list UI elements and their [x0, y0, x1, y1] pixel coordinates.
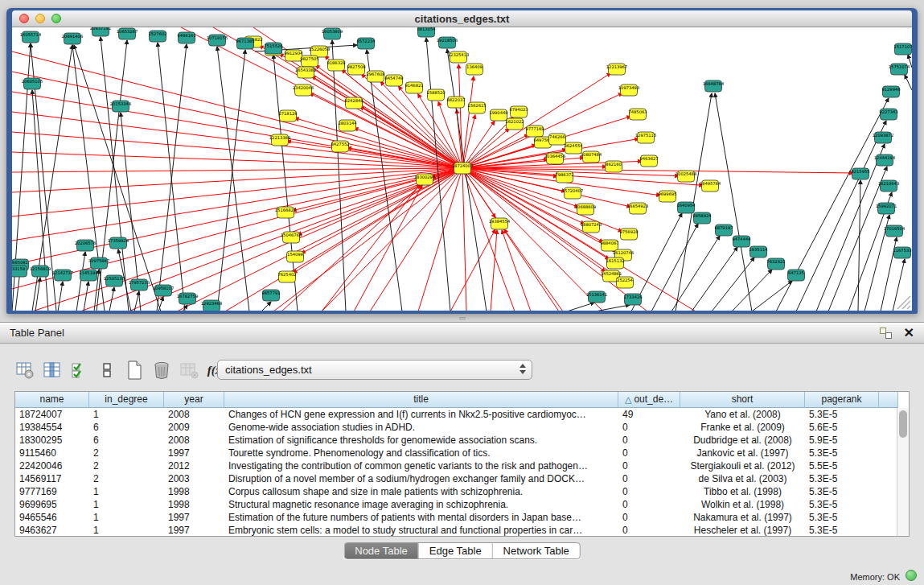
table-cell[interactable]: 1997: [164, 511, 224, 524]
table-cell[interactable]: 5.5E-5: [805, 459, 879, 472]
table-cell[interactable]: 9699695: [15, 498, 89, 511]
table-cell[interactable]: 5.3E-5: [805, 447, 879, 459]
table-cell[interactable]: 5.3E-5: [805, 408, 879, 421]
table-cell[interactable]: Franke et al. (2009): [680, 421, 805, 434]
scrollbar-thumb[interactable]: [899, 410, 907, 438]
table-cell[interactable]: 0: [618, 434, 680, 447]
network-graph[interactable]: 1872400776638228860128991293415226058982…: [12, 27, 912, 311]
table-cell[interactable]: 1: [89, 511, 164, 524]
table-cell[interactable]: 6: [89, 434, 164, 447]
table-cell[interactable]: 2008: [164, 408, 224, 421]
float-panel-icon[interactable]: [880, 328, 892, 339]
table-cell[interactable]: 22420046: [15, 459, 89, 472]
table-cell[interactable]: 1: [89, 524, 164, 537]
table-cell[interactable]: 2: [89, 459, 164, 472]
table-cell[interactable]: [879, 524, 898, 537]
table-cell[interactable]: 5.3E-5: [805, 472, 879, 485]
table-cell[interactable]: 5.9E-5: [805, 434, 879, 447]
close-panel-icon[interactable]: ✕: [904, 325, 914, 340]
table-cell[interactable]: 5.3E-5: [805, 511, 879, 524]
network-canvas[interactable]: 1872400776638228860128991293415226058982…: [12, 27, 912, 311]
table-cell[interactable]: 1997: [164, 447, 224, 459]
table-options-icon[interactable]: [13, 359, 37, 381]
table-cell[interactable]: Nakamura et al. (1997): [680, 511, 805, 524]
table-cell[interactable]: Yano et al. (2008): [680, 408, 805, 421]
table-cell[interactable]: Hescheler et al. (1997): [680, 524, 805, 537]
table-cell[interactable]: 2: [89, 472, 164, 485]
table-select-dropdown[interactable]: citations_edges.txt: [217, 360, 532, 380]
table-cell[interactable]: [879, 421, 898, 434]
close-window-button[interactable]: [19, 14, 29, 23]
new-column-icon[interactable]: [122, 359, 146, 381]
table-cell[interactable]: 1997: [164, 524, 224, 537]
table-cell[interactable]: 1998: [164, 485, 224, 498]
table-cell[interactable]: 19384554: [15, 421, 89, 434]
table-cell[interactable]: 0: [618, 472, 680, 485]
table-cell[interactable]: Genome-wide association studies in ADHD.: [224, 421, 618, 434]
column-header-pagerank[interactable]: pagerank: [805, 392, 879, 408]
table-cell[interactable]: Stergiakouli et al. (2012): [680, 459, 805, 472]
table-cell[interactable]: 5.3E-5: [805, 485, 879, 498]
table-cell[interactable]: 0: [618, 485, 680, 498]
table-cell[interactable]: 9463627: [15, 524, 89, 537]
table-cell[interactable]: 18724007: [15, 408, 89, 421]
table-row[interactable]: 1938455462009Genome-wide association stu…: [15, 421, 909, 434]
table-cell[interactable]: Disruption of a novel member of a sodium…: [224, 472, 618, 485]
table-cell[interactable]: 9115460: [15, 447, 89, 459]
table-cell[interactable]: 9777169: [15, 485, 89, 498]
table-cell[interactable]: Estimation of significance thresholds fo…: [224, 434, 618, 447]
table-cell[interactable]: 1: [89, 498, 164, 511]
table-cell[interactable]: [879, 408, 898, 421]
tab-edge-table[interactable]: Edge Table: [418, 543, 492, 558]
table-cell[interactable]: 18300295: [15, 434, 89, 447]
table-row[interactable]: 969969511998Structural magnetic resonanc…: [15, 498, 909, 511]
table-cell[interactable]: [879, 511, 898, 524]
table-cell[interactable]: 5.6E-5: [805, 421, 879, 434]
minimize-window-button[interactable]: [35, 14, 45, 23]
table-row[interactable]: 946362711997Embryonic stem cells: a mode…: [15, 524, 909, 537]
table-cell[interactable]: 5.3E-5: [805, 498, 879, 511]
column-header-name[interactable]: name: [15, 392, 89, 408]
table-cell[interactable]: 0: [618, 447, 680, 459]
table-cell[interactable]: [879, 485, 898, 498]
table-cell[interactable]: Corpus callosum shape and size in male p…: [224, 485, 618, 498]
table-cell[interactable]: 0: [618, 421, 680, 434]
table-cell[interactable]: Structural magnetic resonance image aver…: [224, 498, 618, 511]
row-height-icon[interactable]: [95, 359, 119, 381]
tab-node-table[interactable]: Node Table: [344, 543, 418, 558]
vertical-scrollbar[interactable]: [897, 408, 909, 536]
table-cell[interactable]: [879, 459, 898, 472]
delete-column-icon[interactable]: [150, 359, 174, 381]
table-cell[interactable]: 6: [89, 421, 164, 434]
import-table-icon[interactable]: [177, 359, 201, 381]
table-cell[interactable]: 1998: [164, 498, 224, 511]
zoom-window-button[interactable]: [51, 14, 61, 23]
table-cell[interactable]: de Silva et al. (2003): [680, 472, 805, 485]
table-cell[interactable]: 2003: [164, 472, 224, 485]
table-cell[interactable]: Investigating the contribution of common…: [224, 459, 618, 472]
table-cell[interactable]: [879, 498, 898, 511]
show-columns-icon[interactable]: [40, 359, 64, 381]
table-cell[interactable]: Embryonic stem cells: a model to study s…: [224, 524, 618, 537]
table-row[interactable]: 1456911722003Disruption of a novel membe…: [15, 472, 909, 485]
table-cell[interactable]: 2012: [164, 459, 224, 472]
table-cell[interactable]: 0: [618, 459, 680, 472]
table-row[interactable]: 946554611997Estimation of the future num…: [15, 511, 909, 524]
table-row[interactable]: 1872400712008Changes of HCN gene express…: [15, 408, 909, 421]
column-header-short[interactable]: short: [680, 392, 805, 408]
table-cell[interactable]: 2009: [164, 421, 224, 434]
table-cell[interactable]: 0: [618, 511, 680, 524]
table-cell[interactable]: 14569117: [15, 472, 89, 485]
column-header-in_degree[interactable]: in_degree: [89, 392, 164, 408]
table-cell[interactable]: [879, 434, 898, 447]
table-row[interactable]: 2242004622012Investigating the contribut…: [15, 459, 909, 472]
table-cell[interactable]: 1: [89, 485, 164, 498]
table-cell[interactable]: Tourette syndrome. Phenomenology and cla…: [224, 447, 618, 459]
table-cell[interactable]: 0: [618, 524, 680, 537]
table-cell[interactable]: Dudbridge et al. (2008): [680, 434, 805, 447]
table-cell[interactable]: [879, 472, 898, 485]
table-cell[interactable]: 49: [618, 408, 680, 421]
table-cell[interactable]: 0: [618, 498, 680, 511]
table-cell[interactable]: Wolkin et al. (1998): [680, 498, 805, 511]
table-cell[interactable]: 5.3E-5: [805, 524, 879, 537]
